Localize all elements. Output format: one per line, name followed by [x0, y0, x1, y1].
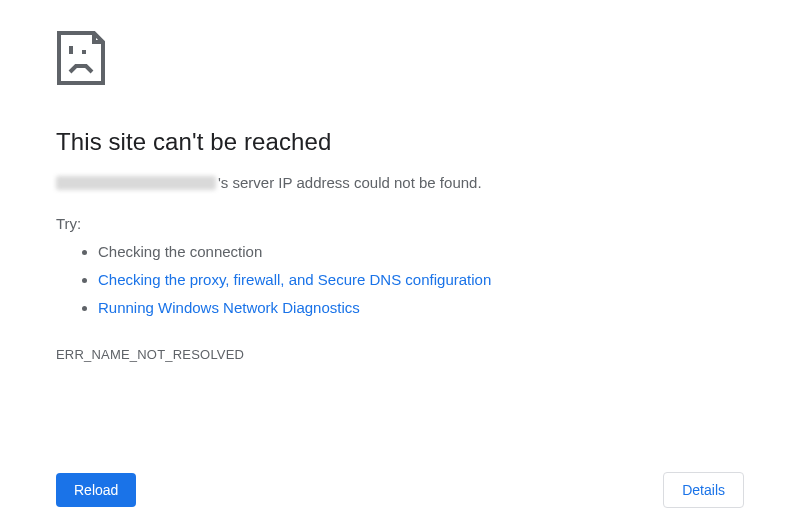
error-message-suffix: 's server IP address could not be found.: [218, 174, 482, 191]
error-title: This site can't be reached: [56, 128, 744, 156]
sad-page-icon: [56, 30, 744, 90]
hostname-redacted: [56, 176, 216, 190]
suggestion-item: Checking the connection: [98, 238, 744, 266]
reload-button[interactable]: Reload: [56, 473, 136, 507]
button-row: Reload Details: [56, 472, 744, 508]
error-message: 's server IP address could not be found.: [56, 174, 744, 191]
suggestion-text: Checking the connection: [98, 243, 262, 260]
svg-rect-1: [82, 50, 86, 54]
error-page: This site can't be reached 's server IP …: [0, 0, 800, 362]
try-label: Try:: [56, 215, 744, 232]
suggestion-list: Checking the connection Checking the pro…: [56, 238, 744, 321]
suggestion-item: Checking the proxy, firewall, and Secure…: [98, 266, 744, 294]
svg-rect-0: [69, 46, 73, 54]
suggestion-item: Running Windows Network Diagnostics: [98, 294, 744, 322]
suggestion-link-proxy[interactable]: Checking the proxy, firewall, and Secure…: [98, 271, 491, 288]
details-button[interactable]: Details: [663, 472, 744, 508]
error-code: ERR_NAME_NOT_RESOLVED: [56, 347, 744, 362]
suggestion-link-diagnostics[interactable]: Running Windows Network Diagnostics: [98, 299, 360, 316]
